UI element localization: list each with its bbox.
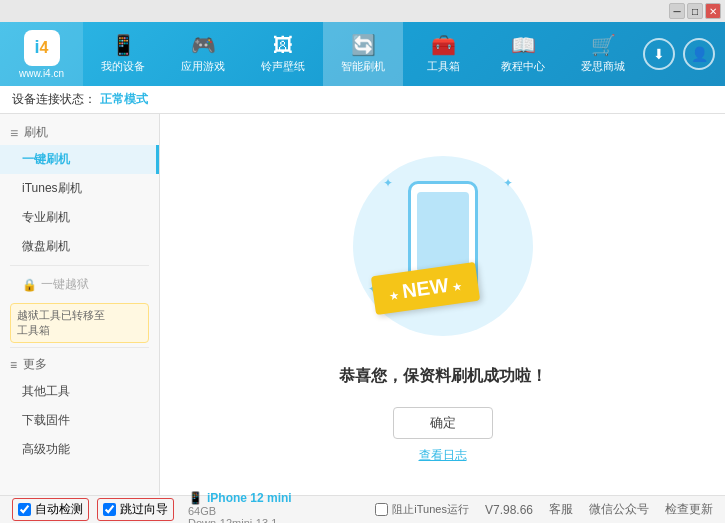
- version-label: V7.98.66: [485, 503, 533, 517]
- sidebar-divider-1: [10, 265, 149, 266]
- sparkle-1: ✦: [383, 176, 393, 190]
- status-bar: 设备连接状态： 正常模式: [0, 86, 725, 114]
- title-bar: ─ □ ✕: [0, 0, 725, 22]
- confirm-button[interactable]: 确定: [393, 407, 493, 439]
- status-value: 正常模式: [100, 91, 148, 108]
- nav-apps-games[interactable]: 🎮 应用游戏: [163, 22, 243, 86]
- stop-itunes[interactable]: 阻止iTunes运行: [375, 502, 469, 517]
- apps-games-icon: 🎮: [191, 35, 216, 55]
- flash-section-icon: ≡: [10, 125, 18, 141]
- nav-smart-flash[interactable]: 🔄 智能刷机: [323, 22, 403, 86]
- auto-detect-check[interactable]: [18, 503, 31, 516]
- jailbreak-info: 越狱工具已转移至工具箱: [10, 303, 149, 343]
- download-button[interactable]: ⬇: [643, 38, 675, 70]
- nav-apps-games-label: 应用游戏: [181, 59, 225, 74]
- sidebar-pro-flash[interactable]: 专业刷机: [0, 203, 159, 232]
- more-section-icon: ≡: [10, 358, 17, 372]
- more-section-label: 更多: [23, 356, 47, 373]
- nav-store-label: 爱思商城: [581, 59, 625, 74]
- lock-icon: 🔒: [22, 278, 37, 292]
- sparkle-2: ✦: [503, 176, 513, 190]
- nav-tutorial[interactable]: 📖 教程中心: [483, 22, 563, 86]
- sidebar: ≡ 刷机 一键刷机 iTunes刷机 专业刷机 微盘刷机 🔒 一键越狱 越狱工具…: [0, 114, 160, 495]
- device-name-row: 📱 iPhone 12 mini: [188, 491, 292, 505]
- view-log-link[interactable]: 查看日志: [419, 447, 467, 464]
- maximize-button[interactable]: □: [687, 3, 703, 19]
- success-illustration: ✦ ✦ ✦ NEW: [343, 146, 543, 346]
- wechat-link[interactable]: 微信公众号: [589, 501, 649, 518]
- sidebar-one-click-flash[interactable]: 一键刷机: [0, 145, 159, 174]
- sidebar-divider-2: [10, 347, 149, 348]
- close-button[interactable]: ✕: [705, 3, 721, 19]
- nav-wallpaper-label: 铃声壁纸: [261, 59, 305, 74]
- logo-icon: i4: [24, 30, 60, 66]
- stop-itunes-label: 阻止iTunes运行: [392, 502, 469, 517]
- phone-screen: [417, 192, 469, 272]
- sidebar-advanced[interactable]: 高级功能: [0, 435, 159, 464]
- check-update-link[interactable]: 检查更新: [665, 501, 713, 518]
- nav-store[interactable]: 🛒 爱思商城: [563, 22, 643, 86]
- store-icon: 🛒: [591, 35, 616, 55]
- pro-flash-label: 专业刷机: [22, 210, 70, 224]
- nav-toolbox[interactable]: 🧰 工具箱: [403, 22, 483, 86]
- main-layout: ≡ 刷机 一键刷机 iTunes刷机 专业刷机 微盘刷机 🔒 一键越狱 越狱工具…: [0, 114, 725, 495]
- sidebar-locked-jailbreak: 🔒 一键越狱: [0, 270, 159, 299]
- logo[interactable]: i4 www.i4.cn: [0, 22, 83, 86]
- header: i4 www.i4.cn 📱 我的设备 🎮 应用游戏 🖼 铃声壁纸 🔄 智能刷机…: [0, 22, 725, 86]
- skip-wizard-check[interactable]: [103, 503, 116, 516]
- smart-flash-icon: 🔄: [351, 35, 376, 55]
- sidebar-other-tools[interactable]: 其他工具: [0, 377, 159, 406]
- flash-section-label: 刷机: [24, 124, 48, 141]
- stop-itunes-check[interactable]: [375, 503, 388, 516]
- status-label: 设备连接状态：: [12, 91, 96, 108]
- nav-items: 📱 我的设备 🎮 应用游戏 🖼 铃声壁纸 🔄 智能刷机 🧰 工具箱 📖 教程中心…: [83, 22, 643, 86]
- device-info: 📱 iPhone 12 mini 64GB Down-12mini-13,1: [188, 491, 292, 524]
- flash-section-title: ≡ 刷机: [0, 118, 159, 145]
- jailbreak-info-text: 越狱工具已转移至工具箱: [17, 309, 105, 336]
- auto-detect-label: 自动检测: [35, 501, 83, 518]
- auto-detect-checkbox[interactable]: 自动检测: [12, 498, 89, 521]
- user-button[interactable]: 👤: [683, 38, 715, 70]
- device-storage: 64GB: [188, 505, 292, 517]
- skip-wizard-checkbox[interactable]: 跳过向导: [97, 498, 174, 521]
- download-firmware-label: 下载固件: [22, 413, 70, 427]
- nav-wallpaper[interactable]: 🖼 铃声壁纸: [243, 22, 323, 86]
- my-device-icon: 📱: [111, 35, 136, 55]
- content-area: ✦ ✦ ✦ NEW 恭喜您，保资料刷机成功啦！ 确定 查看日志: [160, 114, 725, 495]
- nav-tutorial-label: 教程中心: [501, 59, 545, 74]
- advanced-label: 高级功能: [22, 442, 70, 456]
- device-model: Down-12mini-13,1: [188, 517, 292, 524]
- tutorial-icon: 📖: [511, 35, 536, 55]
- bottom-right: 阻止iTunes运行 V7.98.66 客服 微信公众号 检查更新: [375, 501, 713, 518]
- bottom-left: 自动检测 跳过向导 📱 iPhone 12 mini 64GB Down-12m…: [12, 491, 292, 524]
- toolbox-icon: 🧰: [431, 35, 456, 55]
- nav-right-buttons: ⬇ 👤: [643, 38, 725, 70]
- nav-my-device-label: 我的设备: [101, 59, 145, 74]
- more-section-title: ≡ 更多: [0, 352, 159, 377]
- bottom-checkboxes: 自动检测 跳过向导: [12, 498, 174, 521]
- data-flash-label: 微盘刷机: [22, 239, 70, 253]
- customer-service-link[interactable]: 客服: [549, 501, 573, 518]
- nav-my-device[interactable]: 📱 我的设备: [83, 22, 163, 86]
- bottom-bar: 自动检测 跳过向导 📱 iPhone 12 mini 64GB Down-12m…: [0, 495, 725, 523]
- phone-icon: 📱: [188, 491, 203, 505]
- other-tools-label: 其他工具: [22, 384, 70, 398]
- nav-smart-flash-label: 智能刷机: [341, 59, 385, 74]
- one-click-flash-label: 一键刷机: [22, 152, 70, 166]
- minimize-button[interactable]: ─: [669, 3, 685, 19]
- wallpaper-icon: 🖼: [273, 35, 293, 55]
- itunes-flash-label: iTunes刷机: [22, 181, 82, 195]
- device-name: iPhone 12 mini: [207, 491, 292, 505]
- sidebar-itunes-flash[interactable]: iTunes刷机: [0, 174, 159, 203]
- skip-wizard-label: 跳过向导: [120, 501, 168, 518]
- nav-toolbox-label: 工具箱: [427, 59, 460, 74]
- locked-label: 一键越狱: [41, 276, 89, 293]
- success-message: 恭喜您，保资料刷机成功啦！: [339, 366, 547, 387]
- sidebar-data-flash[interactable]: 微盘刷机: [0, 232, 159, 261]
- logo-url: www.i4.cn: [19, 68, 64, 79]
- sidebar-download-firmware[interactable]: 下载固件: [0, 406, 159, 435]
